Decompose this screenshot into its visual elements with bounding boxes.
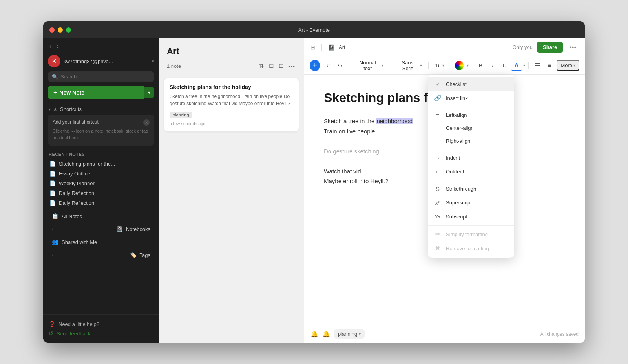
shortcuts-empty-box: Add your first shortcut ✕ Click the ••• … bbox=[48, 115, 154, 146]
notebook-name: Art bbox=[339, 44, 345, 50]
grid-view-icon[interactable]: ⊞ bbox=[277, 61, 285, 71]
help-icon: ❓ bbox=[49, 321, 55, 327]
numbered-list-button[interactable]: ≡ bbox=[544, 60, 555, 71]
dropdown-item-subscript[interactable]: x₂ Subscript bbox=[428, 209, 514, 224]
dropdown-item-outdent[interactable]: ← Outdent bbox=[428, 165, 514, 178]
more-options-button[interactable]: ••• bbox=[567, 42, 579, 53]
undo-button[interactable]: ↩ bbox=[323, 60, 334, 71]
font-size-dropdown[interactable]: 16 ▾ bbox=[432, 61, 447, 70]
shortcuts-empty-header: Add your first shortcut ✕ bbox=[53, 119, 150, 126]
italic-button[interactable]: I bbox=[487, 60, 498, 71]
note-card-preview: Sketch a tree in the neighborhood Train … bbox=[170, 93, 293, 107]
shortcuts-close-button[interactable]: ✕ bbox=[143, 119, 150, 126]
underline-button[interactable]: U bbox=[499, 60, 510, 71]
recent-note-item-5[interactable]: 📄 Daily Reflection bbox=[46, 198, 156, 208]
shortcuts-section: ▾ ★ Shortcuts Add your first shortcut ✕ … bbox=[43, 105, 159, 149]
note-list-header: Art 1 note ⇅ ⊟ ⊞ ••• bbox=[159, 38, 304, 75]
superscript-icon: x² bbox=[434, 199, 441, 206]
dropdown-item-insert-link[interactable]: 🔗 Insert link bbox=[428, 91, 514, 105]
maximize-button[interactable] bbox=[66, 27, 71, 33]
share-button[interactable]: Share bbox=[537, 42, 563, 53]
note-icon: 📄 bbox=[49, 171, 56, 177]
outdent-label: Outdent bbox=[446, 169, 508, 175]
search-input[interactable] bbox=[60, 74, 150, 80]
text-style-dropdown[interactable]: Normal text ▾ bbox=[352, 58, 387, 73]
back-arrow[interactable]: ‹ bbox=[48, 42, 53, 50]
bullet-list-button[interactable]: ☰ bbox=[532, 60, 542, 71]
tag-arrow-icon: ▾ bbox=[359, 332, 361, 336]
alarm-icon[interactable]: 🔔 bbox=[310, 330, 318, 338]
shortcuts-empty-text: Click the ••• icon on a note, notebook, … bbox=[53, 128, 150, 141]
dropdown-item-strikethrough[interactable]: S Strikethrough bbox=[428, 182, 514, 196]
subscript-icon: x₂ bbox=[434, 213, 441, 220]
highlight-arrow-icon: ▾ bbox=[523, 63, 525, 67]
recent-note-item-3[interactable]: 📄 Weekly Planner bbox=[46, 178, 156, 188]
all-notes-icon: 📋 bbox=[52, 213, 58, 219]
recent-note-item-4[interactable]: 📄 Daily Reflection bbox=[46, 188, 156, 198]
app-window: Art - Evernote ‹ › K kw7gfmhg87@priva...… bbox=[43, 21, 585, 343]
insert-link-label: Insert link bbox=[446, 95, 508, 101]
toolbar-sep-4 bbox=[451, 62, 451, 69]
remove-formatting-icon: ✖ bbox=[434, 245, 441, 252]
recent-notes-section: Recent Notes 📄 Sketching plans for the..… bbox=[43, 149, 159, 209]
color-picker-button[interactable] bbox=[455, 61, 464, 70]
forward-arrow[interactable]: › bbox=[55, 42, 60, 50]
more-options-icon[interactable]: ••• bbox=[287, 62, 296, 71]
dropdown-item-right-align[interactable]: ≡ Right-align bbox=[428, 135, 514, 147]
text-style-arrow-icon: ▾ bbox=[382, 63, 383, 67]
note-icon: 📄 bbox=[49, 200, 56, 206]
user-row[interactable]: K kw7gfmhg87@priva... ▾ bbox=[43, 53, 159, 71]
highlight-button[interactable]: A bbox=[511, 60, 522, 71]
bold-button[interactable]: B bbox=[475, 60, 486, 71]
dropdown-item-center-align[interactable]: ≡ Center-align bbox=[428, 122, 514, 135]
outdent-icon: ← bbox=[434, 168, 441, 175]
minimize-button[interactable] bbox=[58, 27, 63, 33]
sidebar-item-shared[interactable]: 👥 Shared with Me bbox=[46, 236, 156, 248]
recent-note-name-3: Weekly Planner bbox=[59, 180, 95, 186]
close-button[interactable] bbox=[49, 27, 55, 33]
reminder-icon[interactable]: 🔔 bbox=[322, 330, 330, 338]
history-icon[interactable]: ⊟ bbox=[310, 44, 315, 51]
sidebar-item-notebooks[interactable]: › 📓 Notebooks bbox=[46, 223, 156, 235]
formatting-dropdown-menu: ☑ Checklist 🔗 Insert link ≡ Left-align ≡… bbox=[428, 75, 514, 258]
left-align-label: Left-align bbox=[446, 112, 508, 118]
dropdown-item-checklist[interactable]: ☑ Checklist bbox=[428, 77, 514, 91]
dropdown-item-simplify: ✏ Simplify formatting bbox=[428, 227, 514, 241]
dropdown-item-indent[interactable]: → Indent bbox=[428, 151, 514, 165]
formatting-toolbar: + ↩ ↪ Normal text ▾ Sans Serif ▾ 16 ▾ bbox=[304, 56, 585, 75]
sidebar: ‹ › K kw7gfmhg87@priva... ▾ 🔍 + New Note bbox=[43, 38, 159, 343]
note-card-1[interactable]: Sketching plans for the holiday Sketch a… bbox=[164, 78, 299, 132]
search-bar[interactable]: 🔍 bbox=[48, 71, 154, 82]
tag-button[interactable]: planning ▾ bbox=[334, 329, 365, 339]
dropdown-item-superscript[interactable]: x² Superscript bbox=[428, 196, 514, 209]
sort-icon[interactable]: ⇅ bbox=[258, 61, 265, 71]
sidebar-item-all-notes[interactable]: 📋 All Notes bbox=[46, 210, 156, 222]
left-align-icon: ≡ bbox=[434, 112, 441, 118]
dropdown-item-remove-formatting: ✖ Remove formatting bbox=[428, 241, 514, 255]
recent-note-item-2[interactable]: 📄 Essay Outline bbox=[46, 169, 156, 178]
filter-icon[interactable]: ⊟ bbox=[268, 61, 275, 71]
share-status: Only you bbox=[513, 44, 533, 50]
sidebar-item-tags[interactable]: › 🏷️ Tags bbox=[46, 249, 156, 261]
help-row[interactable]: ❓ Need a little help? bbox=[49, 319, 153, 329]
shortcuts-header[interactable]: ▾ ★ Shortcuts bbox=[46, 105, 156, 115]
search-icon: 🔍 bbox=[52, 74, 58, 80]
recent-note-item-1[interactable]: 📄 Sketching plans for the... bbox=[46, 159, 156, 169]
toolbar-sep-6 bbox=[528, 62, 529, 69]
notebooks-icon: 📓 bbox=[116, 226, 123, 232]
new-note-button[interactable]: + New Note bbox=[48, 86, 144, 99]
help-label: Need a little help? bbox=[58, 321, 99, 327]
feedback-row[interactable]: ↺ Send feedback bbox=[49, 329, 153, 338]
more-formatting-button[interactable]: More ▾ bbox=[557, 60, 579, 71]
shared-label: Shared with Me bbox=[62, 239, 97, 245]
font-family-dropdown[interactable]: Sans Serif ▾ bbox=[393, 58, 425, 73]
dropdown-item-left-align[interactable]: ≡ Left-align bbox=[428, 109, 514, 122]
traffic-lights bbox=[49, 27, 71, 33]
save-status: All changes saved bbox=[540, 331, 579, 337]
new-note-dropdown-button[interactable]: ▾ bbox=[144, 87, 154, 98]
font-family-arrow-icon: ▾ bbox=[420, 63, 422, 67]
redo-button[interactable]: ↪ bbox=[335, 60, 346, 71]
center-align-icon: ≡ bbox=[434, 125, 441, 131]
underlined-live: live bbox=[347, 128, 356, 135]
insert-add-button[interactable]: + bbox=[310, 60, 320, 71]
